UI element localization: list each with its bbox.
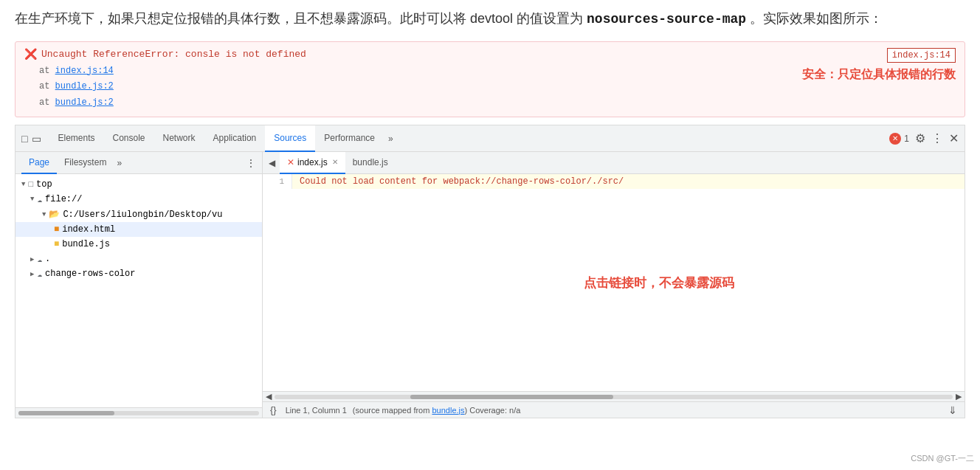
code-scroll-track xyxy=(275,395,953,399)
code-scrollbar[interactable]: ◀ ▶ xyxy=(263,391,965,401)
tab-network[interactable]: Network xyxy=(154,125,204,152)
error-title: ❌ Uncaught ReferenceError: consle is not… xyxy=(24,48,787,61)
right-panel: ◀ ✕ index.js ✕ bundle.js 1 Could not loa… xyxy=(263,152,965,418)
code-scroll-thumb xyxy=(410,395,614,399)
left-panel: Page Filesystem » ⋮ ▼ □ top xyxy=(15,152,263,418)
bundle-link[interactable]: bundle.js xyxy=(432,406,464,415)
tree-arrow-file: ▼ xyxy=(30,196,34,203)
more-options-icon[interactable]: ⋮ xyxy=(931,131,943,145)
tree-label-bundlejs: bundle.js xyxy=(62,239,110,249)
settings-icon[interactable]: ⚙ xyxy=(915,131,925,145)
folder-icon-cdir: 📂 xyxy=(49,209,60,220)
trace-line-3: at bundle.js:2 xyxy=(39,95,787,111)
left-panel-tools: ⋮ xyxy=(246,157,256,169)
tab-sources[interactable]: Sources xyxy=(265,125,315,152)
trace-link-1[interactable]: index.js:14 xyxy=(55,66,114,76)
file-tree: ▼ □ top ▼ ☁ file:// ▼ 📂 C:/Users/liul xyxy=(15,174,262,407)
tree-arrow-top: ▼ xyxy=(21,181,25,188)
tree-label-top: top xyxy=(36,179,52,190)
devtools-toolbar-icons: □ ▭ xyxy=(21,133,41,145)
cloud-icon-dot: ☁ xyxy=(37,255,42,264)
scroll-right-arrow[interactable]: ▶ xyxy=(956,392,962,401)
tree-item-dot[interactable]: ▶ ☁ . xyxy=(15,252,262,266)
left-tab-page[interactable]: Page xyxy=(21,152,57,174)
close-devtools-icon[interactable]: ✕ xyxy=(949,131,959,145)
error-badge-count: 1 xyxy=(904,134,909,144)
close-indexjs-icon[interactable]: ✕ xyxy=(332,158,338,166)
tab-more[interactable]: » xyxy=(384,128,398,150)
tree-arrow-cdir: ▼ xyxy=(42,211,46,218)
tree-item-cdir[interactable]: ▼ 📂 C:/Users/liulongbin/Desktop/vu xyxy=(15,207,262,222)
tab-performance[interactable]: Performance xyxy=(315,125,384,152)
tree-item-bundlejs[interactable]: ■ bundle.js xyxy=(15,237,262,252)
file-icon-html: ■ xyxy=(54,224,59,235)
tab-error-icon: ✕ xyxy=(287,157,294,167)
devtools-chrome: □ ▭ Elements Console Network Application… xyxy=(15,125,965,418)
error-circle-icon: ❌ xyxy=(24,48,37,61)
top-description: 在生产环境下，如果只想定位报错的具体行数，且不想暴露源码。此时可以将 devto… xyxy=(0,0,980,37)
file-tab-bundlejs[interactable]: bundle.js xyxy=(345,152,396,174)
left-scrollbar[interactable] xyxy=(15,407,262,418)
error-annotation: 安全：只定位具体报错的行数 xyxy=(802,67,956,83)
trace-link-2[interactable]: bundle.js:2 xyxy=(55,81,114,91)
cloud-icon-file: ☁ xyxy=(37,195,42,204)
devtools-right-icons: ⚙ ⋮ ✕ xyxy=(915,131,959,145)
tree-label-cdir: C:/Users/liulongbin/Desktop/vu xyxy=(63,210,222,220)
annotation-text: 点击链接时，不会暴露源码 xyxy=(584,274,734,291)
left-panel-more-icon[interactable]: ⋮ xyxy=(246,157,256,169)
device-icon[interactable]: ▭ xyxy=(32,133,41,145)
trace-link-3[interactable]: bundle.js:2 xyxy=(55,97,114,108)
devtools-body: Page Filesystem » ⋮ ▼ □ top xyxy=(15,152,965,418)
error-right: index.js:14 安全：只定位具体报错的行数 xyxy=(787,48,956,83)
trace-line-2: at bundle.js:2 xyxy=(39,79,787,95)
error-message: Uncaught ReferenceError: consle is not d… xyxy=(41,49,306,60)
left-scroll-track xyxy=(18,411,259,415)
code-area: 1 Could not load content for webpack://c… xyxy=(263,174,965,391)
download-icon[interactable]: ⇓ xyxy=(948,404,957,416)
status-source-mapped: (source mapped from bundle.js) Coverage:… xyxy=(353,406,520,415)
file-tab-bundlejs-label: bundle.js xyxy=(353,157,388,167)
trace-line-1: at index.js:14 xyxy=(39,63,787,80)
tree-item-top[interactable]: ▼ □ top xyxy=(15,177,262,192)
line-number-1: 1 xyxy=(263,174,292,189)
right-back-icon[interactable]: ◀ xyxy=(269,158,275,168)
error-console-box: ❌ Uncaught ReferenceError: consle is not… xyxy=(15,41,965,118)
tab-elements[interactable]: Elements xyxy=(49,125,103,152)
error-left: ❌ Uncaught ReferenceError: consle is not… xyxy=(24,48,787,111)
tree-arrow-change-rows: ▶ xyxy=(30,270,34,278)
tree-label-file: file:// xyxy=(45,194,82,204)
tab-console[interactable]: Console xyxy=(104,125,154,152)
inspect-icon[interactable]: □ xyxy=(21,133,27,145)
tree-label-indexhtml: index.html xyxy=(62,224,115,235)
file-tab-indexjs[interactable]: ✕ index.js ✕ xyxy=(280,152,345,174)
code-line-1: 1 Could not load content for webpack://c… xyxy=(263,174,965,189)
devtools-wrapper: □ ▭ Elements Console Network Application… xyxy=(0,125,980,418)
tab-badge-area: ✕ 1 xyxy=(889,133,909,145)
file-icon-js: ■ xyxy=(54,239,59,249)
top-line1: 在生产环境下，如果只想定位报错的具体行数，且不想暴露源码。此时可以将 devto… xyxy=(15,11,583,26)
tree-item-file[interactable]: ▼ ☁ file:// xyxy=(15,192,262,207)
error-link-badge[interactable]: index.js:14 xyxy=(887,48,956,63)
tree-arrow-dot: ▶ xyxy=(30,255,34,263)
csdn-badge: CSDN @GT-一二 xyxy=(911,453,974,464)
top-line2-suffix: 。实际效果如图所示： xyxy=(750,11,883,26)
code-annotation: 点击链接时，不会暴露源码 xyxy=(584,274,734,291)
left-tab-more[interactable]: » xyxy=(117,158,122,168)
tree-item-indexhtml[interactable]: ■ index.html xyxy=(15,222,262,237)
cloud-icon-change-rows: ☁ xyxy=(37,269,42,279)
scroll-left-arrow[interactable]: ◀ xyxy=(266,392,272,401)
devtools-tab-bar: □ ▭ Elements Console Network Application… xyxy=(15,125,965,152)
line-content-1: Could not load content for webpack://cha… xyxy=(292,174,965,189)
status-bar: {} Line 1, Column 1 (source mapped from … xyxy=(263,401,965,418)
format-icon[interactable]: {} xyxy=(270,404,277,415)
tree-item-change-rows[interactable]: ▶ ☁ change-rows-color xyxy=(15,266,262,281)
left-panel-tabs: Page Filesystem » ⋮ xyxy=(15,152,262,174)
right-panel-tabs: ◀ ✕ index.js ✕ bundle.js xyxy=(263,152,965,174)
left-scroll-thumb xyxy=(18,411,114,415)
status-position: Line 1, Column 1 xyxy=(286,406,347,415)
error-trace: at index.js:14 at bundle.js:2 at bundle.… xyxy=(24,63,787,111)
tab-application[interactable]: Application xyxy=(204,125,266,152)
folder-icon-top: □ xyxy=(28,180,33,189)
csdn-label: CSDN @GT-一二 xyxy=(911,454,974,463)
left-tab-filesystem[interactable]: Filesystem xyxy=(57,152,114,174)
